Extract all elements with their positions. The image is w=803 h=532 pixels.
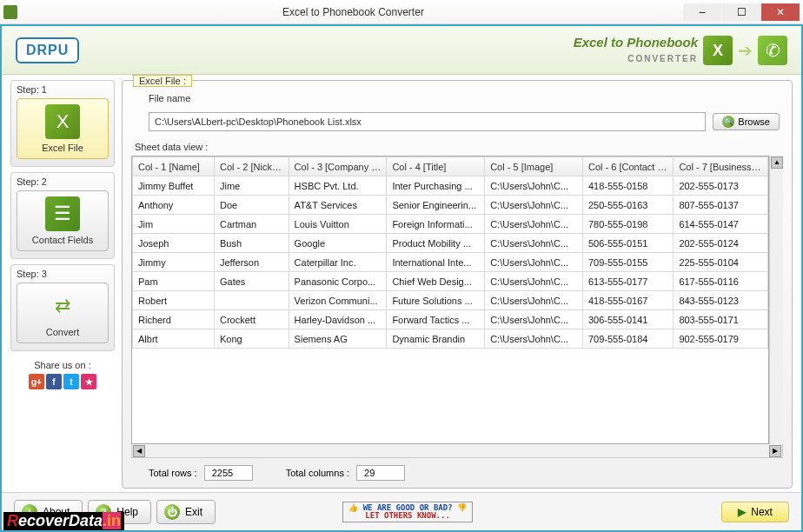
table-cell: 202-555-0124: [674, 234, 768, 253]
column-header[interactable]: Col - 3 [Company name]: [289, 157, 387, 176]
table-row[interactable]: Jimmy BuffetJimeHSBC Pvt. Ltd.Inter Purc…: [133, 176, 768, 196]
table-row[interactable]: PamGatesPanasonic Corpo...Chief Web Desi…: [133, 272, 768, 291]
table-cell: C:\Users\John\C...: [485, 310, 583, 329]
maximize-button[interactable]: ☐: [722, 3, 760, 21]
twitter-icon[interactable]: t: [63, 374, 79, 389]
table-row[interactable]: AnthonyDoeAT&T ServicesSenior Engineerin…: [133, 196, 768, 215]
table-cell: C:\Users\John\C...: [485, 234, 583, 253]
table-cell: Crockett: [214, 310, 289, 329]
table-cell: Jim: [133, 215, 215, 234]
browse-button[interactable]: 🔍 Browse: [713, 113, 780, 130]
table-row[interactable]: JimCartmanLouis VuittonForeign Informati…: [133, 215, 768, 234]
sheet-data-label: Sheet data view :: [135, 142, 780, 152]
table-cell: 306-555-0141: [582, 310, 673, 329]
table-cell: 843-555-0123: [674, 291, 768, 310]
next-button[interactable]: ▶Next: [721, 502, 789, 522]
table-cell: 780-555-0198: [582, 215, 673, 234]
step-1-label: Step: 1: [17, 84, 109, 95]
app-icon: [3, 5, 17, 19]
scroll-right-icon[interactable]: ▶: [769, 445, 781, 457]
step-2-label: Step: 2: [17, 176, 109, 187]
table-cell: Foreign Informati...: [387, 215, 485, 234]
googleplus-icon[interactable]: g+: [29, 374, 44, 389]
step-contact-fields-button[interactable]: ☰ Contact Fields: [17, 190, 109, 251]
arrow-right-icon: ▶: [738, 506, 746, 518]
table-cell: Doe: [214, 196, 289, 215]
table-cell: Product Mobility ...: [387, 234, 485, 253]
table-cell: Google: [289, 234, 387, 253]
column-header[interactable]: Col - 2 [Nick Name]: [214, 157, 289, 176]
table-cell: HSBC Pvt. Ltd.: [289, 176, 387, 196]
total-cols-value: 29: [356, 465, 405, 481]
step-excel-file-button[interactable]: X Excel File: [17, 98, 109, 159]
watermark: RecoverData.in: [3, 512, 124, 530]
step-convert-button[interactable]: ⇄ Convert: [17, 283, 109, 343]
column-header[interactable]: Col - 4 [Title]: [387, 157, 485, 176]
scroll-left-icon[interactable]: ◀: [133, 445, 145, 457]
table-cell: Caterpillar Inc.: [289, 253, 387, 272]
table-cell: Dynamic Brandin: [387, 329, 485, 349]
table-cell: 709-555-0184: [582, 329, 673, 349]
table-cell: Jime: [214, 176, 289, 196]
feedback-badge[interactable]: 👍 WE ARE GOOD OR BAD? 👎 LET OTHERS KNOW.…: [342, 502, 473, 522]
column-header[interactable]: Col - 6 [Contact number]: [582, 157, 673, 176]
table-cell: Forward Tactics ...: [387, 310, 485, 329]
table-cell: Bush: [214, 234, 289, 253]
table-cell: [214, 291, 289, 310]
table-cell: Kong: [214, 329, 289, 349]
table-cell: Anthony: [133, 196, 215, 215]
table-cell: 418-555-0158: [582, 176, 673, 196]
table-cell: Cartman: [214, 215, 289, 234]
table-cell: Jefferson: [214, 253, 289, 272]
phonebook-icon: [758, 36, 787, 65]
convert-icon: ⇄: [45, 289, 80, 323]
vertical-scrollbar[interactable]: ▲: [769, 156, 783, 444]
table-row[interactable]: RicherdCrockettHarley-Davidson ...Forwar…: [133, 310, 768, 329]
column-header[interactable]: Col - 1 [Name]: [133, 157, 215, 176]
table-row[interactable]: JimmyJeffersonCaterpillar Inc.Internatio…: [133, 253, 768, 272]
step-1-btn-label: Excel File: [42, 143, 83, 153]
totals-row: Total rows : 2255 Total columns : 29: [131, 465, 783, 481]
power-icon: ⏻: [164, 504, 180, 520]
main-panel: Excel File : File name 🔍 Browse Sheet da…: [122, 80, 793, 489]
table-cell: 803-555-0171: [674, 310, 768, 329]
table-cell: International Inte...: [387, 253, 485, 272]
minimize-button[interactable]: –: [683, 3, 721, 21]
banner: DRPU Excel to Phonebook CONVERTER ➔: [2, 26, 801, 75]
step-2-box: Step: 2 ☰ Contact Fields: [10, 172, 115, 259]
table-cell: 902-555-0179: [674, 329, 768, 349]
table-cell: Future Solutions ...: [387, 291, 485, 310]
total-rows-value: 2255: [204, 465, 253, 481]
scroll-up-icon[interactable]: ▲: [771, 156, 783, 169]
column-header[interactable]: Col - 7 [Business number]: [674, 157, 768, 176]
table-cell: Verizon Communi...: [289, 291, 387, 310]
data-grid-wrap[interactable]: Col - 1 [Name]Col - 2 [Nick Name]Col - 3…: [131, 156, 769, 444]
data-grid: Col - 1 [Name]Col - 2 [Nick Name]Col - 3…: [132, 156, 768, 349]
facebook-icon[interactable]: f: [46, 374, 62, 389]
table-row[interactable]: JosephBushGoogleProduct Mobility ...C:\U…: [133, 234, 768, 253]
horizontal-scrollbar[interactable]: ◀ ▶: [131, 444, 783, 458]
column-header[interactable]: Col - 5 [Image]: [485, 157, 583, 176]
contacts-icon: ☰: [45, 196, 80, 231]
banner-subtitle: CONVERTER: [627, 54, 698, 63]
table-cell: Richerd: [133, 310, 215, 329]
table-cell: 709-555-0155: [582, 253, 673, 272]
table-row[interactable]: AlbrtKongSiemens AGDynamic BrandinC:\Use…: [133, 329, 768, 349]
step-3-label: Step: 3: [17, 269, 109, 279]
banner-title: Excel to Phonebook CONVERTER: [574, 36, 698, 64]
table-cell: 506-555-0151: [582, 234, 673, 253]
step-3-box: Step: 3 ⇄ Convert: [10, 264, 115, 351]
table-row[interactable]: RobertVerizon Communi...Future Solutions…: [133, 291, 768, 310]
banner-title-text: Excel to Phonebook: [574, 35, 698, 50]
arrow-right-icon: ➔: [738, 40, 753, 61]
social-icon[interactable]: ★: [81, 374, 96, 389]
exit-button[interactable]: ⏻Exit: [156, 500, 216, 524]
close-button[interactable]: ✕: [761, 3, 800, 21]
step-3-btn-label: Convert: [46, 327, 80, 337]
table-cell: 807-555-0137: [674, 196, 768, 215]
table-cell: Albrt: [133, 329, 215, 349]
table-cell: Siemens AG: [289, 329, 387, 349]
table-cell: AT&T Services: [289, 196, 387, 215]
table-cell: 225-555-0104: [674, 253, 768, 272]
file-path-input[interactable]: [149, 112, 706, 131]
